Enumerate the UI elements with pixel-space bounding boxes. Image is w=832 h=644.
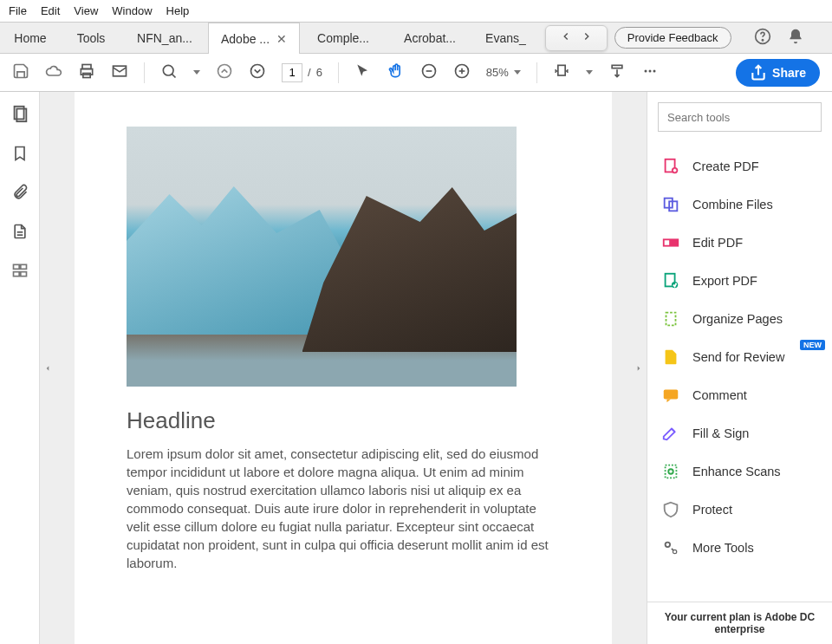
tool-export-pdf[interactable]: Export PDF — [647, 262, 832, 300]
svg-point-9 — [251, 65, 264, 78]
document-image — [127, 127, 517, 387]
doc-tab-0[interactable]: NFN_an... — [121, 23, 208, 54]
fit-caret-icon[interactable] — [586, 70, 593, 75]
hand-tool-icon[interactable] — [387, 62, 405, 82]
svg-point-1 — [762, 40, 763, 41]
page-total: 6 — [316, 66, 322, 79]
toolbar: / 6 85% Share — [0, 54, 832, 92]
mail-icon[interactable] — [111, 62, 128, 82]
svg-line-7 — [172, 74, 175, 77]
tool-icon — [661, 348, 680, 367]
document-viewport[interactable]: Headline Lorem ipsum dolor sit amet, con… — [55, 92, 631, 644]
menu-edit[interactable]: Edit — [41, 4, 60, 17]
cloud-icon[interactable] — [45, 62, 62, 82]
tool-icon — [661, 424, 680, 443]
svg-point-47 — [666, 543, 671, 548]
svg-point-18 — [644, 70, 647, 73]
svg-rect-28 — [13, 272, 19, 276]
svg-point-46 — [668, 469, 673, 474]
tool-label: Export PDF — [692, 274, 757, 288]
tool-label: Send for Review — [692, 350, 784, 364]
svg-rect-27 — [20, 264, 26, 269]
doc-tab-4[interactable]: Evans_ — [473, 23, 538, 54]
document-headline: Headline — [127, 407, 560, 434]
page-down-icon[interactable] — [249, 62, 266, 82]
doc-tab-3[interactable]: Acrobat... — [387, 23, 473, 54]
separator — [338, 62, 339, 83]
tool-icon — [661, 538, 680, 557]
tool-combine-files[interactable]: Combine Files — [647, 185, 832, 224]
doc-tab-1[interactable]: Adobe ... ✕ — [208, 23, 300, 54]
print-icon[interactable] — [78, 62, 95, 82]
tool-protect[interactable]: Protect — [647, 491, 832, 529]
tool-organize-pages[interactable]: Organize Pages — [647, 300, 832, 338]
more-icon[interactable] — [641, 62, 659, 82]
doc-tab-2[interactable]: Comple... — [300, 23, 387, 54]
tool-fill-sign[interactable]: Fill & Sign — [647, 414, 832, 452]
more-pane-icon[interactable] — [11, 262, 29, 282]
svg-rect-45 — [666, 465, 677, 478]
tool-enhance-scans[interactable]: Enhance Scans — [647, 452, 832, 491]
bell-icon[interactable] — [787, 28, 804, 48]
page-input[interactable] — [282, 63, 302, 82]
svg-rect-26 — [13, 264, 19, 269]
menu-help[interactable]: Help — [166, 4, 190, 17]
new-badge: NEW — [800, 340, 825, 350]
zoom-out-icon[interactable] — [420, 62, 438, 82]
save-icon[interactable] — [12, 62, 29, 82]
tool-icon — [661, 157, 680, 176]
search-icon[interactable] — [160, 62, 178, 82]
tool-more-tools[interactable]: More Tools — [647, 529, 832, 567]
left-gutter[interactable] — [40, 92, 55, 644]
page-sep: / — [308, 66, 311, 79]
search-caret-icon[interactable] — [193, 70, 200, 75]
tool-edit-pdf[interactable]: Edit PDF — [647, 224, 832, 262]
share-button[interactable]: Share — [736, 59, 820, 87]
tool-icon — [661, 500, 680, 519]
bookmark-icon[interactable] — [11, 145, 29, 165]
tool-label: More Tools — [692, 541, 754, 555]
thumbnails-icon[interactable] — [10, 104, 29, 126]
tab-bar: Home Tools NFN_an... Adobe ... ✕ Comple.… — [0, 23, 832, 54]
tool-icon — [661, 386, 680, 405]
feedback-button[interactable]: Provide Feedback — [614, 27, 731, 49]
page-indicator: / 6 — [282, 63, 322, 82]
page-icon[interactable] — [11, 223, 29, 243]
close-icon[interactable]: ✕ — [276, 32, 287, 46]
tool-comment[interactable]: Comment — [647, 376, 832, 414]
tool-label: Protect — [692, 503, 732, 517]
svg-marker-31 — [638, 366, 640, 370]
tool-label: Comment — [692, 388, 747, 402]
tool-label: Combine Files — [692, 198, 773, 211]
main-area: Headline Lorem ipsum dolor sit amet, con… — [0, 92, 832, 644]
menu-window[interactable]: Window — [112, 4, 152, 17]
separator — [536, 62, 537, 83]
select-tool-icon[interactable] — [354, 62, 372, 82]
page-up-icon[interactable] — [216, 62, 233, 82]
help-icon[interactable] — [754, 28, 771, 48]
tool-icon — [661, 195, 680, 214]
tab-tools[interactable]: Tools — [61, 23, 121, 54]
attachment-icon[interactable] — [11, 184, 29, 204]
search-tools-input[interactable] — [658, 102, 822, 132]
tool-create-pdf[interactable]: Create PDF — [647, 147, 832, 185]
chevron-down-icon — [514, 70, 521, 75]
tab-prev-icon[interactable] — [560, 30, 572, 45]
tool-label: Fill & Sign — [692, 426, 749, 440]
menu-file[interactable]: File — [9, 4, 27, 17]
zoom-level[interactable]: 85% — [486, 66, 521, 79]
svg-point-6 — [163, 65, 173, 75]
menu-view[interactable]: View — [74, 4, 98, 17]
tool-label: Organize Pages — [692, 312, 783, 326]
tab-next-icon[interactable] — [581, 30, 593, 45]
tab-home[interactable]: Home — [0, 23, 61, 54]
fit-width-icon[interactable] — [553, 62, 570, 82]
tool-icon — [661, 309, 680, 329]
zoom-in-icon[interactable] — [453, 62, 471, 82]
right-panel: Create PDFCombine FilesEdit PDFExport PD… — [647, 92, 832, 644]
tool-send-for-review[interactable]: Send for ReviewNEW — [647, 338, 832, 376]
right-gutter[interactable] — [631, 92, 647, 644]
svg-marker-30 — [47, 366, 49, 370]
left-rail — [0, 92, 40, 644]
scroll-mode-icon[interactable] — [608, 62, 626, 82]
